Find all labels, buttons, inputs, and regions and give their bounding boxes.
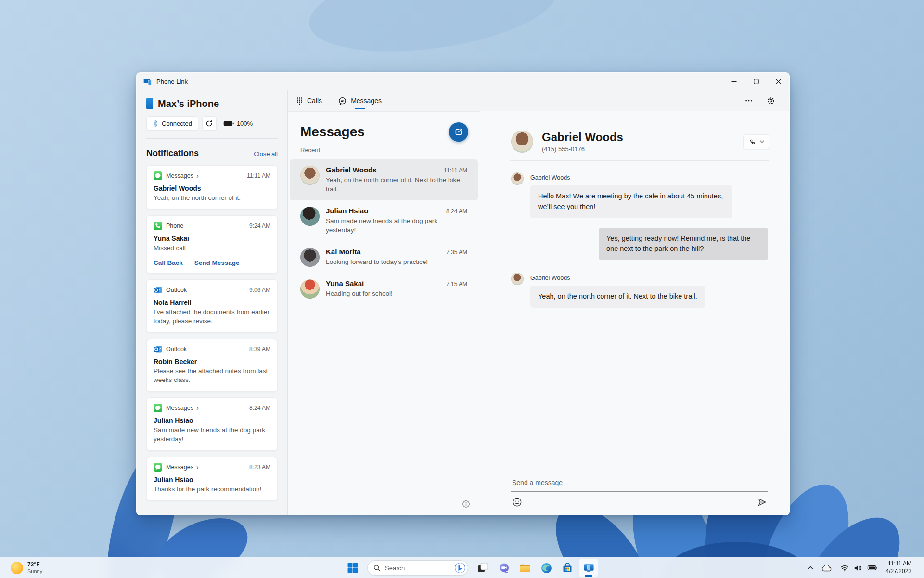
- search-placeholder: Search: [385, 565, 450, 572]
- store-button[interactable]: [558, 558, 577, 578]
- phone-link-window: Phone Link Max’s iPhone Connected: [136, 72, 790, 515]
- notification-body: Thanks for the park recommendation!: [154, 485, 270, 494]
- call-back-link[interactable]: Call Back: [154, 259, 183, 266]
- clock-time: 11:11 AM: [886, 560, 911, 568]
- volume-icon: [854, 565, 862, 572]
- notification-card[interactable]: Messages › 8:23 AM Julian Hsiao Thanks f…: [146, 457, 278, 501]
- conversation-time: 7:35 AM: [446, 249, 467, 256]
- conversation-name: Kai Morita: [326, 248, 361, 256]
- notification-card[interactable]: Messages › 11:11 AM Gabriel Woods Yeah, …: [146, 165, 278, 210]
- incoming-message-bubble: Yeah, on the north corner of it. Next to…: [530, 286, 705, 308]
- chevron-down-icon: [760, 140, 764, 143]
- conversation-name: Julian Hsiao: [326, 207, 368, 215]
- taskbar-center: Search: [343, 557, 598, 578]
- notification-body: Missed call: [154, 244, 270, 252]
- notification-app-label: Outlook: [166, 287, 187, 293]
- chat-bubble-icon: [338, 97, 346, 105]
- start-button[interactable]: [343, 558, 362, 578]
- maximize-button[interactable]: [745, 73, 767, 90]
- outlook-app-icon: [154, 345, 162, 354]
- send-button[interactable]: [757, 497, 767, 507]
- notification-card[interactable]: Outlook 8:39 AM Robin Becker Please see …: [146, 339, 278, 392]
- messages-app-icon: [154, 171, 162, 180]
- phone-link-taskbar-button[interactable]: [579, 558, 598, 578]
- battery-status: 100%: [223, 120, 253, 127]
- more-button[interactable]: [741, 93, 757, 108]
- bing-icon: [455, 563, 465, 573]
- notification-time: 9:24 AM: [249, 223, 270, 229]
- conversation-item[interactable]: Gabriel Woods 11:11 AM Yeah, on the nort…: [290, 159, 478, 200]
- incoming-message-bubble: Hello Max! We are meeting by the cafe in…: [530, 185, 732, 218]
- refresh-button[interactable]: [202, 116, 217, 131]
- settings-button[interactable]: [763, 93, 779, 108]
- recent-section-label: Recent: [288, 145, 480, 159]
- avatar-gabriel-woods: [511, 273, 524, 285]
- task-view-button[interactable]: [473, 558, 492, 578]
- device-status-row: Connected 100%: [146, 116, 278, 138]
- emoji-button[interactable]: [512, 497, 522, 507]
- message-sender-label: Gabriel Woods: [530, 174, 732, 181]
- onedrive-button[interactable]: [819, 559, 835, 577]
- notification-app-label: Messages: [166, 464, 193, 471]
- content-row: Messages Recent Gabriel Woods 11:11 AM: [288, 111, 789, 515]
- tab-calls-label: Calls: [307, 97, 322, 105]
- notification-app-label: Outlook: [166, 346, 187, 353]
- message-sender-label: Gabriel Woods: [530, 275, 705, 281]
- avatar-gabriel-woods: [511, 172, 524, 185]
- desktop: { "app": { "title": "Phone Link" }, "sid…: [0, 0, 924, 578]
- new-message-button[interactable]: [449, 122, 468, 142]
- tray-overflow-button[interactable]: [805, 559, 816, 577]
- onedrive-cloud-icon: [821, 564, 833, 572]
- messages-panel-header: Messages: [288, 112, 480, 145]
- window-body: Max’s iPhone Connected 100%: [137, 90, 789, 515]
- notification-body: Please see the attached notes from last …: [154, 367, 270, 384]
- chat-teams-button[interactable]: [494, 558, 513, 578]
- chat-contact-number: (415) 555-0176: [542, 145, 623, 153]
- window-controls: [723, 73, 789, 90]
- messages-panel-title: Messages: [300, 124, 365, 140]
- notification-time: 9:06 AM: [249, 287, 270, 293]
- call-button[interactable]: [743, 134, 770, 149]
- phone-link-logo-icon: [143, 78, 152, 86]
- close-all-link[interactable]: Close all: [254, 150, 278, 158]
- search-icon: [373, 565, 381, 572]
- edge-button[interactable]: [537, 558, 556, 578]
- conversation-item[interactable]: Kai Morita 7:35 AM Looking forward to to…: [290, 241, 478, 273]
- notification-card[interactable]: Outlook 9:06 AM Nola Harrell I’ve attach…: [146, 279, 278, 332]
- notification-time: 8:39 AM: [249, 346, 270, 353]
- conversation-time: 8:24 AM: [446, 208, 467, 215]
- incoming-message-row: Gabriel Woods Hello Max! We are meeting …: [511, 172, 768, 218]
- tab-messages[interactable]: Messages: [336, 90, 384, 111]
- notifications-title: Notifications: [146, 148, 199, 158]
- close-button[interactable]: [767, 73, 789, 90]
- avatar-kai-morita: [300, 248, 320, 267]
- notification-actions: Call Back Send Message: [154, 259, 270, 266]
- file-explorer-button[interactable]: [515, 558, 535, 578]
- taskbar-search[interactable]: Search: [367, 560, 468, 576]
- notifications-header: Notifications Close all: [146, 139, 278, 165]
- taskbar: 72°F Sunny Search: [0, 557, 924, 578]
- send-message-link[interactable]: Send Message: [194, 259, 240, 266]
- notification-list: Messages › 11:11 AM Gabriel Woods Yeah, …: [146, 165, 278, 515]
- notification-card[interactable]: Phone 9:24 AM Yuna Sakai Missed call Cal…: [146, 215, 278, 274]
- weather-widget[interactable]: 72°F Sunny: [7, 557, 46, 578]
- device-header: Max’s iPhone: [146, 97, 278, 116]
- info-button[interactable]: [460, 498, 472, 510]
- notification-body: I’ve attached the documents from earlier…: [154, 308, 270, 325]
- notification-title: Robin Becker: [154, 358, 270, 366]
- conversation-item[interactable]: Yuna Sakai 7:15 AM Heading out for schoo…: [290, 273, 478, 305]
- send-message-input[interactable]: [511, 476, 768, 492]
- conversation-item[interactable]: Julian Hsiao 8:24 AM Sam made new friend…: [290, 200, 478, 241]
- notification-card[interactable]: Messages › 8:24 AM Julian Hsiao Sam made…: [146, 397, 278, 450]
- notification-title: Nola Harrell: [154, 299, 270, 306]
- outlook-app-icon: [154, 286, 162, 294]
- conversation-time: 11:11 AM: [444, 167, 467, 174]
- chat-panel: Gabriel Woods (415) 555-0176: [480, 111, 789, 515]
- minimize-button[interactable]: [723, 73, 745, 90]
- chevron-up-icon: [808, 566, 813, 570]
- phone-app-icon: [154, 222, 162, 230]
- clock[interactable]: 11:11 AM 4/27/2023: [883, 560, 911, 575]
- quick-settings-button[interactable]: [838, 559, 880, 577]
- tab-calls[interactable]: Calls: [295, 90, 324, 111]
- outgoing-message-bubble: Yes, getting ready now! Remind me, is th…: [599, 228, 768, 261]
